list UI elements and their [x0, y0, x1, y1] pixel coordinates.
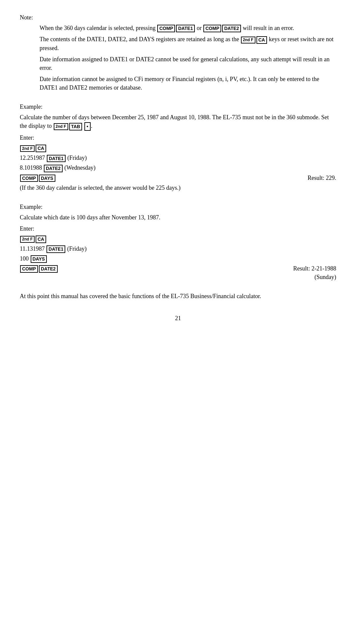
- key-date1-ex2: DATE1: [46, 245, 65, 253]
- example2-step-key-ca: 2nd FCA: [20, 234, 336, 243]
- example1-body: Calculate the number of days between Dec…: [20, 113, 336, 192]
- key-2ndf: 2nd F: [241, 37, 255, 43]
- key-date2: DATE2: [222, 25, 241, 32]
- key-2ndf-ex2: 2nd F: [20, 236, 35, 242]
- example2-enter: Enter:: [20, 224, 336, 233]
- page-number: 21: [175, 315, 181, 322]
- example1-step2: 8.101988 DATE2 (Wednesday): [20, 163, 336, 172]
- key-date1: DATE1: [176, 25, 195, 32]
- key-comp-ex2: COMP: [20, 265, 38, 273]
- key-group-comp-date2: COMPDATE2: [20, 265, 58, 273]
- example2-step3-result: COMPDATE2 Result: 2-21-1988(Sunday): [20, 264, 336, 281]
- note-label: Note:: [20, 13, 336, 22]
- key-group-2ndf-ca-ex2: 2nd FCA: [20, 236, 46, 243]
- note-paragraph-1: When the 360 days calendar is selected, …: [40, 24, 336, 32]
- example1-step3-result: COMPDAYS Result: 229.: [20, 174, 336, 182]
- example2-step1: 11.131987 DATE1 (Friday): [20, 244, 336, 253]
- example2-description: Calculate which date is 100 days after N…: [20, 213, 336, 222]
- key-group-comp-date1: COMPDATE1: [157, 25, 195, 32]
- example2-step2: 100 DAYS: [20, 254, 336, 263]
- example2-body: Calculate which date is 100 days after N…: [20, 213, 336, 282]
- example1-enter: Enter:: [20, 133, 336, 142]
- key-days-ex2: DAYS: [31, 255, 47, 263]
- key-date2-ex1: DATE2: [44, 165, 63, 172]
- key-comp: COMP: [157, 25, 175, 32]
- example1-step-key-ca: 2nd FCA: [20, 144, 336, 153]
- page-footer: 21: [20, 314, 336, 322]
- key-comp2: COMP: [203, 25, 221, 32]
- example1-result-value: Result: 229.: [308, 174, 336, 182]
- example1-label: Example:: [20, 102, 336, 111]
- key-2ndf-tab: 2nd F: [54, 123, 68, 130]
- example2-step3-keys: COMPDATE2: [20, 264, 58, 273]
- key-dot: •: [84, 122, 91, 131]
- note-section: Note: When the 360 days calendar is sele…: [20, 13, 336, 92]
- example1-description: Calculate the number of days between Dec…: [20, 113, 336, 131]
- key-group-comp-days: COMPDAYS: [20, 175, 56, 182]
- example2-label: Example:: [20, 203, 336, 211]
- example2-result-value: Result: 2-21-1988(Sunday): [293, 264, 337, 281]
- key-group-comp-date2: COMPDATE2: [203, 25, 241, 32]
- key-date1-ex1: DATE1: [47, 155, 66, 162]
- key-ca-ex1: CA: [36, 145, 46, 152]
- note-paragraph-3: Date information assigned to DATE1 or DA…: [40, 55, 336, 72]
- key-group-2ndf-tab: 2nd FTAB: [53, 123, 83, 130]
- note-body: When the 360 days calendar is selected, …: [20, 24, 336, 92]
- note-paragraph-2: The contents of the DATE1, DATE2, and DA…: [40, 35, 336, 52]
- page-content: Note: When the 360 days calendar is sele…: [20, 13, 336, 322]
- closing-paragraph: At this point this manual has covered th…: [20, 292, 336, 300]
- key-2ndf-ex1: 2nd F: [20, 145, 35, 152]
- example1-step3-keys: COMPDAYS: [20, 174, 56, 182]
- key-comp-days: COMP: [20, 175, 38, 182]
- key-days: DAYS: [39, 175, 55, 182]
- example2-section: Example: Calculate which date is 100 day…: [20, 203, 336, 282]
- example1-section: Example: Calculate the number of days be…: [20, 102, 336, 192]
- key-group-2ndf-ca: 2nd FCA: [241, 36, 267, 44]
- example1-note: (If the 360 day calendar is selected, th…: [20, 183, 336, 192]
- key-tab: TAB: [69, 123, 82, 130]
- example1-step1: 12.251987 DATE1 (Friday): [20, 154, 336, 162]
- key-date2-ex2: DATE2: [39, 265, 58, 273]
- key-group-2ndf-ca-ex1: 2nd FCA: [20, 145, 46, 152]
- key-ca: CA: [256, 36, 267, 44]
- note-paragraph-4: Date information cannot be assigned to C…: [40, 75, 336, 92]
- key-ca-ex2: CA: [36, 236, 46, 243]
